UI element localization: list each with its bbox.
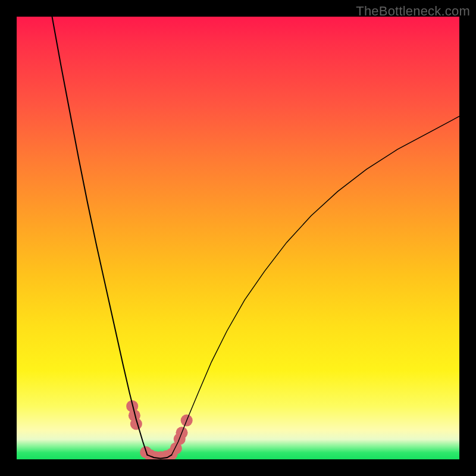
curve-right-branch (171, 116, 459, 455)
plot-area (17, 17, 459, 459)
curve-left-branch (52, 17, 148, 455)
watermark-text: TheBottleneck.com (356, 4, 470, 19)
chart-frame: TheBottleneck.com (0, 0, 476, 476)
chart-svg (17, 17, 459, 459)
